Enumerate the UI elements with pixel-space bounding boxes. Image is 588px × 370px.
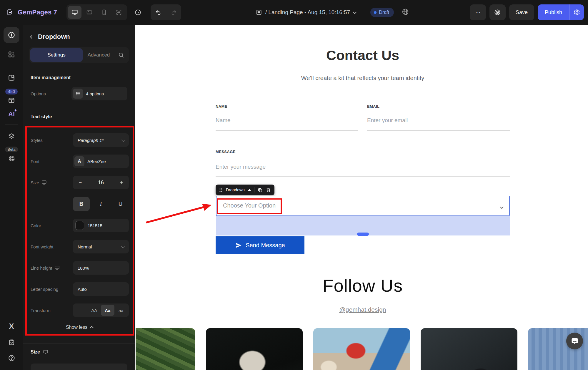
size-increase-button[interactable]: + xyxy=(114,180,129,186)
duplicate-icon[interactable] xyxy=(258,188,263,193)
size-control-partial[interactable] xyxy=(31,364,127,370)
font-weight-dropdown[interactable]: Normal xyxy=(73,240,129,253)
name-field[interactable]: NAME Name xyxy=(216,104,358,131)
letter-spacing-input[interactable]: Auto xyxy=(73,282,129,296)
contact-subtitle[interactable]: We’ll create a kit that reflects your te… xyxy=(216,75,510,82)
tab-settings[interactable]: Settings xyxy=(30,48,83,62)
input-underline xyxy=(367,130,510,131)
size-label: Size xyxy=(31,180,47,185)
line-height-input[interactable]: 180% xyxy=(73,261,129,275)
options-count: 4 options xyxy=(86,91,104,96)
mobile-view-button[interactable] xyxy=(97,6,111,19)
desktop-view-button[interactable] xyxy=(68,6,81,19)
options-button[interactable]: 4 options xyxy=(71,87,127,100)
font-weight-label: Font weight xyxy=(31,244,54,249)
underline-button[interactable]: U xyxy=(112,197,129,211)
tasks-clipboard-icon[interactable] xyxy=(4,334,19,350)
theme-pages-icon[interactable] xyxy=(4,70,19,86)
select-parent-icon[interactable] xyxy=(248,189,251,191)
divider xyxy=(23,343,135,344)
responsive-resize-button[interactable] xyxy=(112,6,126,19)
text-format-group: B I U xyxy=(73,197,129,211)
divider xyxy=(23,108,135,108)
italic-button[interactable]: I xyxy=(93,197,109,211)
show-less-button[interactable]: Show less xyxy=(27,325,133,330)
chat-bubble-icon xyxy=(571,337,579,345)
chevron-down-icon xyxy=(121,138,125,142)
input-underline xyxy=(216,176,510,177)
page-title: / Landing Page - Aug 15, 10:16:57 xyxy=(265,9,350,16)
color-hex-value: 151515 xyxy=(88,223,102,228)
left-icon-rail: 450 AI✦ Beta X xyxy=(0,25,23,370)
x-social-icon[interactable]: X xyxy=(4,318,19,334)
save-button[interactable]: Save xyxy=(509,4,534,20)
add-element-button[interactable] xyxy=(4,27,19,43)
element-name[interactable]: Dropdown xyxy=(226,188,245,192)
more-options-button[interactable]: ⋯ xyxy=(470,4,486,20)
interactions-target-icon[interactable] xyxy=(4,152,19,165)
send-message-button[interactable]: Send Message xyxy=(216,236,304,254)
transform-uppercase-button[interactable]: AA xyxy=(88,305,101,316)
chevron-up-icon xyxy=(90,326,94,330)
tablet-view-button[interactable] xyxy=(83,6,96,19)
instagram-handle-link[interactable]: @gemhat.design xyxy=(216,306,510,313)
page-icon xyxy=(256,9,262,16)
help-icon[interactable] xyxy=(4,350,19,366)
message-field[interactable]: MESSAGE Enter your message xyxy=(216,150,510,177)
styles-dropdown[interactable]: Paragraph 1* xyxy=(73,133,129,147)
contact-heading[interactable]: Contact Us xyxy=(216,47,510,63)
rail-divider xyxy=(5,125,18,125)
message-placeholder: Enter your message xyxy=(216,164,266,170)
ai-assistant-button[interactable]: AI✦ xyxy=(8,110,15,118)
name-placeholder: Name xyxy=(216,117,231,124)
globe-icon[interactable] xyxy=(402,8,409,17)
search-icon[interactable] xyxy=(115,52,128,58)
transform-capitalize-button[interactable]: Aa xyxy=(101,305,114,316)
publish-split-button: Publish xyxy=(538,4,584,20)
undo-redo-group xyxy=(151,4,181,20)
dropdown-select[interactable]: Choose Your Option xyxy=(216,196,510,216)
layers-icon[interactable] xyxy=(4,128,19,144)
layout-sections-icon[interactable] xyxy=(4,94,19,106)
transform-lowercase-button[interactable]: aa xyxy=(114,305,128,316)
photo-black-beanie[interactable] xyxy=(421,328,517,370)
undo-button[interactable] xyxy=(151,4,166,20)
redo-button[interactable] xyxy=(166,4,181,20)
photo-white-bucket-hat[interactable] xyxy=(206,328,303,370)
breadcrumb[interactable]: / Landing Page - Aug 15, 10:16:57 xyxy=(256,0,356,25)
tab-advanced[interactable]: Advanced xyxy=(83,52,115,58)
back-button[interactable] xyxy=(31,36,33,38)
desktop-scope-icon xyxy=(43,349,48,355)
history-icon[interactable] xyxy=(131,6,145,19)
transform-none-button[interactable]: — xyxy=(74,305,88,316)
divider xyxy=(23,69,135,69)
padding-drag-handle[interactable] xyxy=(357,233,369,236)
delete-icon[interactable] xyxy=(266,188,271,193)
name-label: NAME xyxy=(216,104,358,109)
font-picker[interactable]: A ABeeZee xyxy=(73,155,129,168)
styles-label: Styles xyxy=(31,138,43,143)
preview-button[interactable] xyxy=(489,4,506,20)
font-label: Font xyxy=(31,159,39,164)
chat-widget-button[interactable] xyxy=(566,333,583,349)
follow-heading[interactable]: Follow Us xyxy=(216,276,510,296)
color-swatch xyxy=(75,221,84,230)
email-field[interactable]: EMAIL Enter your email xyxy=(367,104,510,131)
bold-button[interactable]: B xyxy=(73,197,90,211)
blocks-library-icon[interactable] xyxy=(4,47,19,62)
text-style-highlight-box: Styles Paragraph 1* Font A ABeeZee Size … xyxy=(25,126,134,336)
gempages-logo-icon[interactable] xyxy=(6,9,14,16)
font-size-stepper: − 16 + xyxy=(73,176,129,189)
photo-foliage-teal-cap[interactable] xyxy=(136,328,195,370)
top-toolbar: GemPages 7 xyxy=(0,0,588,25)
section-text-style: Text style xyxy=(31,114,127,120)
photo-red-cap-street[interactable] xyxy=(313,328,410,370)
size-decrease-button[interactable]: − xyxy=(73,180,88,186)
color-picker[interactable]: 151515 xyxy=(73,219,129,232)
publish-settings-gear-icon[interactable] xyxy=(569,4,584,20)
line-height-label: Line height xyxy=(31,265,60,271)
element-toolbar: Dropdown xyxy=(216,185,274,195)
font-size-value[interactable]: 16 xyxy=(98,180,104,186)
drag-handle-icon[interactable] xyxy=(219,188,223,192)
publish-button[interactable]: Publish xyxy=(538,4,569,20)
